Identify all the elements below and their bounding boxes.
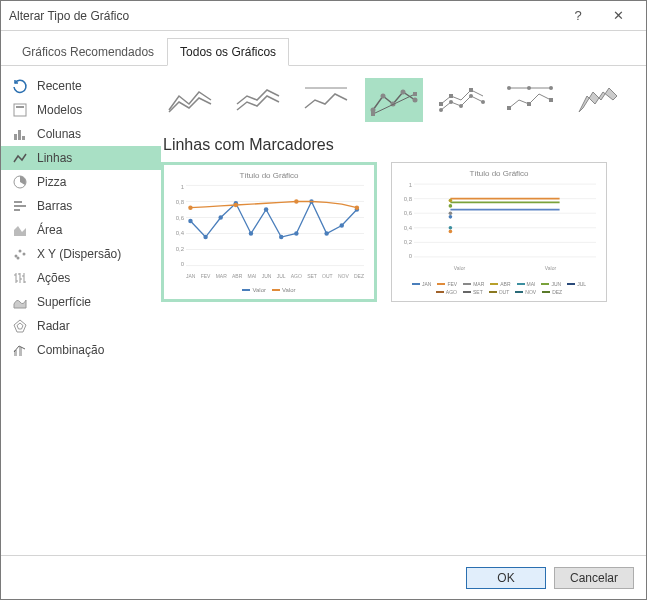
x-axis-labels: Valor Valor [414,265,596,271]
sidebar-item-label: Combinação [37,343,104,357]
tab-strip: Gráficos Recomendados Todos os Gráficos [1,31,646,66]
help-button[interactable]: ? [558,8,598,23]
sidebar-item-label: Radar [37,319,70,333]
svg-point-46 [249,231,253,235]
scatter-icon [11,245,29,263]
chart-preview-1[interactable]: Título do Gráfico 1 0,8 0,6 0,4 0,2 0 [161,162,377,302]
svg-rect-7 [14,205,26,207]
tab-all[interactable]: Todos os Gráficos [167,38,289,66]
svg-point-52 [340,223,344,227]
sidebar-item-pie[interactable]: Pizza [1,170,161,194]
sidebar-item-label: Barras [37,199,72,213]
svg-point-49 [294,231,298,235]
sidebar-item-label: Ações [37,271,70,285]
svg-point-69 [449,211,453,215]
cancel-button[interactable]: Cancelar [554,567,634,589]
svg-point-55 [234,203,238,207]
title-bar: Alterar Tipo de Gráfico ? ✕ [1,1,646,31]
svg-point-67 [449,215,453,219]
svg-rect-28 [449,94,453,98]
svg-point-68 [449,230,453,234]
svg-rect-0 [14,104,26,116]
content-area: Recente Modelos Colunas Linhas Pizza Bar… [1,66,646,555]
svg-rect-20 [371,112,375,116]
svg-point-19 [413,98,418,103]
svg-point-48 [279,235,283,239]
sidebar-item-columns[interactable]: Colunas [1,122,161,146]
chart-title: Título do Gráfico [398,169,600,178]
surface-icon [11,293,29,311]
sidebar-item-lines[interactable]: Linhas [1,146,161,170]
svg-point-11 [23,253,26,256]
sidebar-item-stock[interactable]: Ações [1,266,161,290]
svg-point-43 [203,235,207,239]
svg-point-26 [481,100,485,104]
ok-button[interactable]: OK [466,567,546,589]
section-title: Linhas com Marcadores [161,136,634,154]
svg-point-15 [371,108,376,113]
recent-icon [11,77,29,95]
preview-row: Título do Gráfico 1 0,8 0,6 0,4 0,2 0 [161,162,634,302]
subtype-100-stacked-line[interactable] [297,78,355,122]
sidebar-item-radar[interactable]: Radar [1,314,161,338]
svg-point-10 [19,250,22,253]
svg-point-12 [17,257,20,260]
sidebar-item-label: Pizza [37,175,66,189]
svg-point-22 [439,108,443,112]
svg-rect-35 [549,98,553,102]
svg-point-44 [218,215,222,219]
svg-point-70 [449,199,453,203]
chart-area: 1 0,8 0,6 0,4 0,2 0 [398,182,600,277]
svg-point-18 [401,90,406,95]
svg-point-71 [449,226,453,230]
close-button[interactable]: ✕ [598,8,638,23]
sidebar-item-area[interactable]: Área [1,218,161,242]
svg-point-72 [449,204,453,208]
svg-rect-2 [14,134,17,140]
svg-point-42 [188,219,192,223]
sidebar-item-label: Superfície [37,295,91,309]
svg-point-16 [381,94,386,99]
svg-point-31 [527,86,531,90]
svg-rect-29 [469,88,473,92]
subtype-stacked-line[interactable] [229,78,287,122]
sidebar-item-bars[interactable]: Barras [1,194,161,218]
subtype-line-markers[interactable] [365,78,423,122]
svg-point-23 [449,100,453,104]
svg-rect-6 [14,201,22,203]
svg-point-51 [324,231,328,235]
tab-recommended[interactable]: Gráficos Recomendados [9,38,167,66]
y-axis-labels: 1 0,8 0,6 0,4 0,2 0 [170,184,184,267]
subtype-line[interactable] [161,78,219,122]
subtype-100-stacked-line-markers[interactable] [501,78,559,122]
sidebar-item-recent[interactable]: Recente [1,74,161,98]
svg-rect-33 [507,106,511,110]
combo-icon [11,341,29,359]
sidebar-item-templates[interactable]: Modelos [1,98,161,122]
sidebar-item-label: X Y (Dispersão) [37,247,121,261]
svg-point-56 [294,199,298,203]
sidebar-item-scatter[interactable]: X Y (Dispersão) [1,242,161,266]
area-icon [11,221,29,239]
chart-preview-2[interactable]: Título do Gráfico 1 0,8 0,6 0,4 0,2 0 [391,162,607,302]
svg-point-57 [355,205,359,209]
svg-rect-4 [22,136,25,140]
bars-icon [11,197,29,215]
chart-type-sidebar: Recente Modelos Colunas Linhas Pizza Bar… [1,66,161,555]
sidebar-item-label: Modelos [37,103,82,117]
svg-point-24 [459,104,463,108]
svg-rect-3 [18,130,21,140]
subtype-stacked-line-markers[interactable] [433,78,491,122]
chart-legend: JAN FEV MAR ABR MAI JUN JUL AGO SET OUT … [398,281,600,295]
subtype-3d-line[interactable] [569,78,627,122]
svg-point-25 [469,94,473,98]
sidebar-item-label: Área [37,223,62,237]
sidebar-item-surface[interactable]: Superfície [1,290,161,314]
svg-point-54 [188,205,192,209]
sidebar-item-combo[interactable]: Combinação [1,338,161,362]
dialog-footer: OK Cancelar [1,555,646,599]
radar-icon [11,317,29,335]
stock-icon [11,269,29,287]
svg-rect-14 [19,347,22,356]
sidebar-item-label: Linhas [37,151,72,165]
